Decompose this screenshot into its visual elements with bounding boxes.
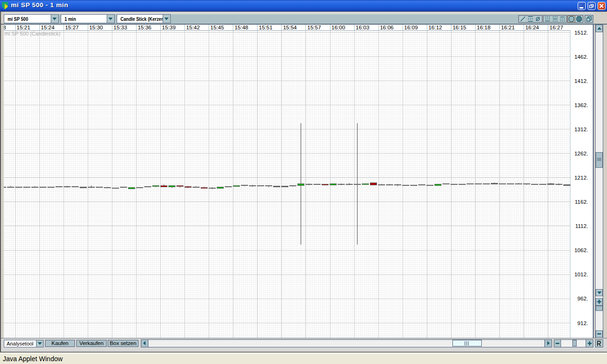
svg-text:16:06: 16:06: [380, 25, 394, 30]
svg-text:16:18: 16:18: [477, 25, 491, 30]
svg-text:15:45: 15:45: [211, 25, 224, 30]
svg-text:15:27: 15:27: [65, 25, 79, 30]
svg-text:15:39: 15:39: [162, 25, 176, 30]
svg-text:15:36: 15:36: [138, 25, 151, 30]
svg-text:mi SP 500 (Candlestick): mi SP 500 (Candlestick): [5, 31, 61, 36]
svg-text:15:30: 15:30: [89, 25, 103, 30]
svg-text:16:24: 16:24: [525, 25, 539, 30]
svg-text:16:12: 16:12: [428, 25, 442, 30]
svg-text:15:21: 15:21: [17, 25, 30, 30]
svg-text:16:03: 16:03: [356, 25, 369, 30]
svg-text:15:24: 15:24: [41, 25, 55, 30]
svg-text:15:33: 15:33: [113, 25, 127, 30]
svg-text:15:18: 15:18: [4, 25, 6, 30]
svg-text:16:09: 16:09: [404, 25, 418, 30]
svg-text:16:00: 16:00: [331, 25, 345, 30]
svg-text:15:48: 15:48: [235, 25, 248, 30]
svg-text:16:27: 16:27: [550, 25, 563, 30]
svg-text:15:51: 15:51: [259, 25, 273, 30]
svg-text:15:57: 15:57: [307, 25, 321, 30]
svg-text:16:15: 16:15: [452, 25, 466, 30]
svg-text:15:42: 15:42: [186, 25, 200, 30]
svg-text:16:21: 16:21: [501, 25, 515, 30]
svg-text:15:54: 15:54: [283, 25, 297, 30]
